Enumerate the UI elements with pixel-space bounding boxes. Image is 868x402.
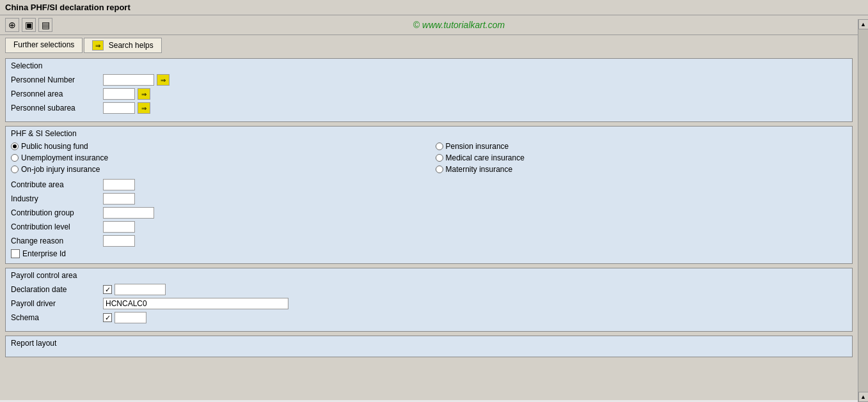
personnel-subarea-arrow-btn[interactable]: ⇒: [138, 102, 150, 114]
radio-btn-maternity[interactable]: [436, 166, 443, 173]
contribution-level-input[interactable]: [103, 221, 135, 233]
contribution-level-row: Contribution level: [11, 221, 847, 233]
change-reason-label: Change reason: [11, 236, 100, 245]
scroll-up-btn[interactable]: ▲: [858, 19, 869, 29]
personnel-subarea-input[interactable]: [103, 102, 135, 114]
radio-label-medical: Medical care insurance: [446, 153, 525, 162]
scroll-track[interactable]: [858, 29, 869, 392]
payroll-driver-input[interactable]: [103, 298, 288, 309]
radio-label-public-housing: Public housing fund: [21, 142, 88, 151]
contribution-group-label: Contribution group: [11, 208, 100, 217]
enterprise-id-checkbox[interactable]: [11, 249, 20, 258]
phf-section: PHF & SI Selection Public housing fund P…: [5, 126, 853, 264]
declaration-date-input[interactable]: [114, 284, 166, 295]
tabs-row: Further selections ⇒ Search helps: [0, 35, 858, 56]
change-reason-input[interactable]: [103, 235, 135, 247]
declaration-date-row: Declaration date ✓: [11, 284, 847, 295]
radio-btn-onjob[interactable]: [11, 166, 19, 173]
radio-onjob[interactable]: On-job injury insurance: [11, 165, 423, 174]
industry-row: Industry: [11, 193, 847, 205]
radio-cols: Public housing fund Pension insurance Un…: [11, 142, 847, 174]
radio-btn-pension[interactable]: [436, 143, 443, 150]
radio-btn-public-housing[interactable]: [11, 143, 19, 150]
toolbar: ⊕ ▣ ▤ © www.tutorialkart.com: [0, 15, 868, 35]
search-helps-label: Search helps: [109, 41, 154, 50]
toolbar-icon-3[interactable]: ▤: [38, 18, 52, 32]
schema-row: Schema ✓: [11, 312, 847, 323]
radio-btn-medical[interactable]: [436, 154, 443, 162]
schema-checkbox[interactable]: ✓: [103, 313, 112, 322]
contribute-area-label: Contribute area: [11, 180, 100, 189]
radio-pension[interactable]: Pension insurance: [436, 142, 848, 151]
declaration-date-label: Declaration date: [11, 285, 100, 294]
scroll-down-btn[interactable]: ▲: [858, 392, 869, 400]
toolbar-icon-2[interactable]: ▣: [22, 18, 36, 32]
payroll-driver-label: Payroll driver: [11, 299, 100, 308]
watermark: © www.tutorialkart.com: [55, 20, 863, 30]
personnel-number-row: Personnel Number ⇒: [11, 74, 847, 86]
radio-label-onjob: On-job injury insurance: [21, 165, 100, 174]
radio-unemployment[interactable]: Unemployment insurance: [11, 153, 423, 162]
page-title: China PHF/SI declaration report: [5, 3, 130, 12]
report-layout-title: Report layout: [11, 339, 847, 348]
radio-label-unemployment: Unemployment insurance: [21, 153, 108, 162]
personnel-area-row: Personnel area ⇒: [11, 88, 847, 100]
payroll-driver-row: Payroll driver: [11, 298, 847, 309]
phf-section-title: PHF & SI Selection: [11, 129, 847, 138]
industry-label: Industry: [11, 194, 100, 203]
tab-search-helps[interactable]: ⇒ Search helps: [84, 38, 161, 53]
radio-public-housing[interactable]: Public housing fund: [11, 142, 423, 151]
contribution-group-row: Contribution group: [11, 207, 847, 219]
report-layout-section: Report layout: [5, 336, 853, 357]
radio-maternity[interactable]: Maternity insurance: [436, 165, 848, 174]
personnel-area-arrow-btn[interactable]: ⇒: [138, 88, 150, 100]
further-selections-label: Further selections: [13, 40, 74, 49]
contribution-group-input[interactable]: [103, 207, 154, 219]
search-helps-arrow-icon: ⇒: [92, 40, 104, 50]
title-bar: China PHF/SI declaration report: [0, 0, 868, 15]
payroll-section: Payroll control area Declaration date ✓ …: [5, 268, 853, 332]
toolbar-icon-1[interactable]: ⊕: [5, 18, 19, 32]
radio-medical[interactable]: Medical care insurance: [436, 153, 848, 162]
personnel-area-label: Personnel area: [11, 89, 100, 98]
schema-input[interactable]: [114, 312, 146, 323]
personnel-subarea-label: Personnel subarea: [11, 104, 100, 112]
industry-input[interactable]: [103, 193, 135, 205]
enterprise-id-row: Enterprise Id: [11, 249, 847, 258]
contribute-area-input[interactable]: [103, 179, 135, 190]
personnel-number-arrow-btn[interactable]: ⇒: [157, 74, 170, 86]
personnel-number-input[interactable]: [103, 74, 154, 86]
selection-section-title: Selection: [11, 61, 847, 70]
tab-further-selections[interactable]: Further selections: [5, 38, 83, 53]
personnel-subarea-row: Personnel subarea ⇒: [11, 102, 847, 114]
declaration-date-checkbox[interactable]: ✓: [103, 285, 112, 294]
main-content: Selection Personnel Number ⇒ Personnel a…: [0, 56, 858, 400]
personnel-number-label: Personnel Number: [11, 75, 100, 84]
radio-label-maternity: Maternity insurance: [446, 165, 513, 174]
contribute-area-row: Contribute area: [11, 179, 847, 190]
scrollbar[interactable]: ▲ ▲: [858, 19, 868, 400]
enterprise-id-label: Enterprise Id: [22, 249, 66, 258]
selection-section: Selection Personnel Number ⇒ Personnel a…: [5, 58, 853, 122]
radio-btn-unemployment[interactable]: [11, 154, 19, 162]
contribution-level-label: Contribution level: [11, 222, 100, 231]
payroll-section-title: Payroll control area: [11, 271, 847, 280]
radio-label-pension: Pension insurance: [446, 142, 509, 151]
personnel-area-input[interactable]: [103, 88, 135, 100]
change-reason-row: Change reason: [11, 235, 847, 247]
schema-label: Schema: [11, 313, 100, 322]
